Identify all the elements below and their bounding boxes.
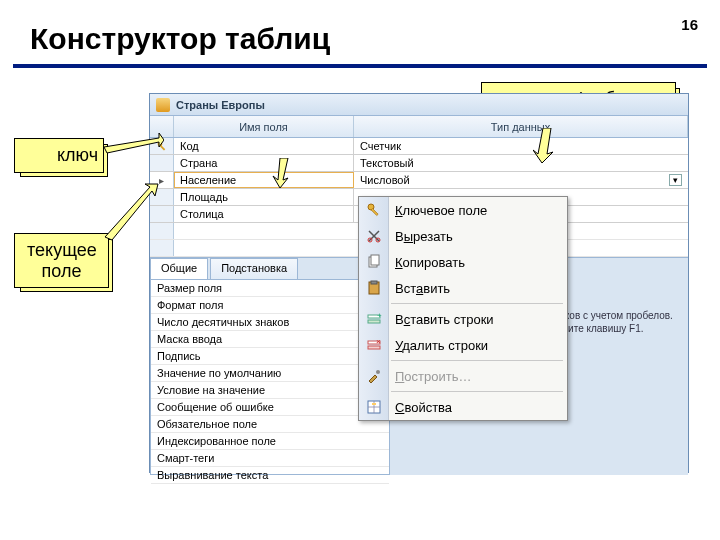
menu-item-build: Построить… — [359, 363, 567, 389]
svg-text:×: × — [376, 337, 381, 346]
build-icon — [365, 367, 383, 385]
props-icon — [365, 398, 383, 416]
menu-item-label: Ключевое поле — [395, 203, 487, 218]
menu-item-cut[interactable]: Вырезать — [359, 223, 567, 249]
svg-text:+: + — [377, 311, 382, 320]
title-rule — [13, 64, 707, 68]
menu-item-label: Свойства — [395, 400, 452, 415]
svg-rect-17 — [371, 281, 377, 284]
menu-item-insertrow[interactable]: +Вставить строки — [359, 306, 567, 332]
field-type-cell[interactable]: Текстовый — [354, 155, 688, 171]
callout-fieldtype-pointer — [533, 128, 563, 163]
svg-rect-15 — [371, 255, 379, 265]
field-row[interactable]: ▸НаселениеЧисловой ▾ — [150, 172, 688, 189]
menu-item-deleterow[interactable]: ×Удалить строки — [359, 332, 567, 358]
menu-item-label: Построить… — [395, 369, 471, 384]
menu-item-label: Вставить строки — [395, 312, 494, 327]
svg-rect-11 — [371, 209, 378, 216]
key-icon — [365, 201, 383, 219]
menu-separator — [391, 391, 563, 392]
field-row[interactable]: КодСчетчик — [150, 138, 688, 155]
property-row[interactable]: Обязательное поле — [151, 416, 389, 433]
property-row[interactable]: Маска ввода — [151, 331, 389, 348]
grid-header-name: Имя поля — [174, 116, 354, 137]
svg-point-24 — [376, 370, 380, 374]
property-row[interactable]: Смарт-теги — [151, 450, 389, 467]
deleterow-icon: × — [365, 336, 383, 354]
menu-item-label: Копировать — [395, 255, 465, 270]
copy-icon — [365, 253, 383, 271]
field-type-cell[interactable]: Числовой ▾ — [354, 172, 688, 188]
property-row[interactable]: Условие на значение — [151, 382, 389, 399]
field-name-cell[interactable]: Код — [174, 138, 354, 154]
svg-marker-4 — [104, 133, 164, 153]
menu-item-copy[interactable]: Копировать — [359, 249, 567, 275]
field-name-cell[interactable]: Площадь — [174, 189, 354, 205]
field-name-cell[interactable]: Страна — [174, 155, 354, 171]
property-row[interactable]: Выравнивание текста — [151, 467, 389, 484]
property-row[interactable]: Формат поля — [151, 297, 389, 314]
callout-key-pointer — [104, 125, 164, 155]
svg-marker-7 — [533, 128, 553, 163]
callout-key-text: ключ — [57, 145, 98, 165]
callout-current-field-text: текущее поле — [27, 240, 97, 281]
menu-item-key[interactable]: Ключевое поле — [359, 197, 567, 223]
callout-current-field: текущее поле — [14, 233, 109, 288]
property-row[interactable]: Значение по умолчанию — [151, 365, 389, 382]
property-list[interactable]: Размер поляФормат поляЧисло десятичных з… — [150, 279, 390, 475]
property-row[interactable]: Сообщение об ошибке — [151, 399, 389, 416]
menu-item-paste[interactable]: Вставить — [359, 275, 567, 301]
callout-rmb-pointer — [270, 158, 300, 188]
svg-rect-22 — [368, 346, 380, 349]
table-tab-title[interactable]: Страны Европы — [176, 99, 265, 111]
field-name-cell[interactable]: Столица — [174, 206, 354, 222]
menu-item-label: Вырезать — [395, 229, 453, 244]
svg-rect-26 — [372, 403, 376, 405]
callout-current-pointer — [100, 182, 160, 242]
page-number: 16 — [681, 16, 698, 33]
svg-marker-5 — [105, 184, 158, 240]
property-row[interactable]: Подпись — [151, 348, 389, 365]
menu-separator — [391, 303, 563, 304]
property-row[interactable]: Индексированное поле — [151, 433, 389, 450]
property-row[interactable]: Число десятичных знаков — [151, 314, 389, 331]
tab-general[interactable]: Общие — [150, 258, 208, 279]
table-icon — [156, 98, 170, 112]
slide-title: Конструктор таблиц — [30, 22, 330, 56]
paste-icon — [365, 279, 383, 297]
insertrow-icon: + — [365, 310, 383, 328]
callout-key: ключ — [14, 138, 104, 173]
menu-separator — [391, 360, 563, 361]
svg-marker-6 — [273, 158, 288, 188]
property-row[interactable]: Размер поля — [151, 280, 389, 297]
cut-icon — [365, 227, 383, 245]
field-type-cell[interactable]: Счетчик — [354, 138, 688, 154]
row-selector[interactable] — [150, 155, 174, 171]
tab-lookup[interactable]: Подстановка — [210, 258, 298, 279]
field-row[interactable]: СтранаТекстовый — [150, 155, 688, 172]
menu-item-label: Удалить строки — [395, 338, 488, 353]
grid-header: Имя поля Тип данных — [150, 116, 688, 138]
window-titlebar: Страны Европы — [150, 94, 688, 116]
field-name-cell[interactable]: Население — [174, 172, 354, 188]
menu-item-props[interactable]: Свойства — [359, 394, 567, 420]
menu-item-label: Вставить — [395, 281, 450, 296]
svg-rect-19 — [368, 320, 380, 323]
context-menu: Ключевое полеВырезатьКопироватьВставить+… — [358, 196, 568, 421]
grid-header-type: Тип данных — [354, 116, 688, 137]
